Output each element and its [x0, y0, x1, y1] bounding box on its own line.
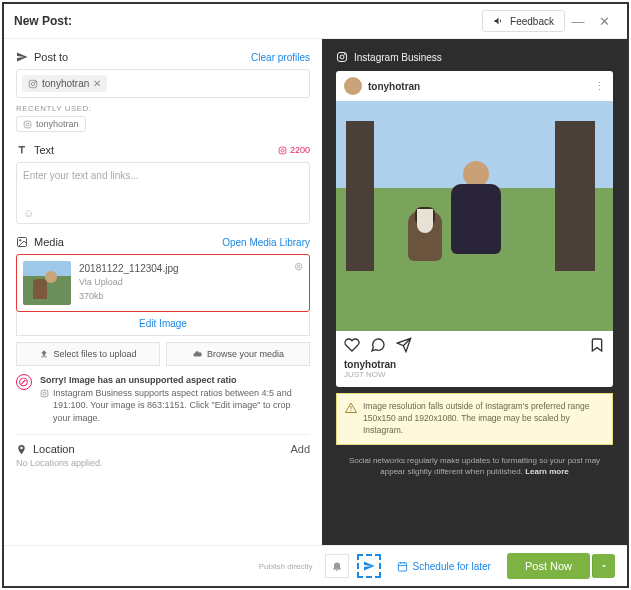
add-location-link[interactable]: Add [290, 443, 310, 455]
svg-point-6 [281, 149, 284, 152]
svg-point-1 [31, 82, 34, 85]
svg-rect-9 [41, 390, 48, 397]
location-empty: No Locations applied. [16, 458, 310, 468]
preview-network-label: Instagram Business [336, 51, 613, 63]
send-icon [16, 51, 28, 63]
recently-used-label: RECENTLY USED: [16, 104, 310, 113]
feedback-button[interactable]: Feedback [482, 10, 565, 32]
remove-chip-icon[interactable]: ✕ [93, 78, 101, 89]
avatar [344, 77, 362, 95]
post-now-dropdown[interactable] [592, 554, 615, 578]
learn-more-link[interactable]: Learn more [525, 467, 569, 476]
preview-username: tonyhotran [368, 81, 588, 92]
svg-point-4 [26, 123, 29, 126]
preview-actions [336, 331, 613, 359]
aspect-ratio-warning: Sorry! Image has an unsupported aspect r… [16, 374, 310, 424]
clear-profiles-link[interactable]: Clear profiles [251, 52, 310, 63]
instagram-icon [40, 389, 49, 398]
emoji-button[interactable]: ☺ [23, 207, 34, 219]
publish-directly-label: Publish directly [259, 562, 313, 571]
svg-point-8 [20, 240, 22, 242]
cloud-icon [192, 349, 203, 359]
svg-point-12 [340, 55, 344, 59]
instagram-icon [23, 120, 32, 129]
post-to-label: Post to [16, 51, 251, 63]
instagram-icon [28, 79, 38, 89]
more-icon[interactable]: ⋮ [594, 80, 605, 93]
instagram-icon [278, 146, 287, 155]
profile-chip[interactable]: tonyhotran ✕ [22, 75, 107, 92]
recent-profile-chip[interactable]: tonyhotran [16, 116, 86, 132]
preview-panel: Instagram Business tonyhotran ⋮ [322, 39, 627, 545]
preview-username-meta: tonyhotran [344, 359, 605, 370]
minimize-button[interactable]: ― [565, 14, 591, 29]
location-label: Location [16, 443, 290, 455]
svg-point-10 [43, 392, 46, 395]
text-icon [16, 144, 28, 156]
titlebar: New Post: Feedback ― ✕ [4, 4, 627, 39]
svg-rect-3 [24, 121, 31, 128]
instagram-icon [336, 51, 348, 63]
profiles-input[interactable]: tonyhotran ✕ [16, 69, 310, 98]
text-placeholder: Enter your text and links... [23, 170, 139, 181]
svg-rect-14 [398, 562, 406, 570]
preview-time: JUST NOW [344, 370, 605, 379]
error-icon [16, 374, 32, 390]
instagram-card: tonyhotran ⋮ tonyhotran JUST NOW [336, 71, 613, 387]
megaphone-icon [493, 15, 505, 27]
media-thumbnail [23, 261, 71, 305]
upload-icon [39, 349, 49, 359]
media-label: Media [16, 236, 222, 248]
close-button[interactable]: ✕ [591, 14, 617, 29]
publish-mode-button[interactable] [357, 554, 381, 578]
svg-rect-5 [279, 147, 286, 154]
preview-disclaimer: Social networks regularly make updates t… [336, 455, 613, 477]
schedule-button[interactable]: Schedule for later [397, 561, 491, 572]
footer: Publish directly Schedule for later Post… [4, 545, 627, 586]
pin-icon [16, 444, 27, 455]
calendar-icon [397, 561, 408, 572]
heart-icon[interactable] [344, 337, 360, 353]
bell-icon [331, 560, 343, 572]
edit-image-button[interactable]: Edit Image [16, 312, 310, 336]
text-label: Text [16, 144, 278, 156]
remove-media-icon[interactable]: ⊗ [294, 260, 303, 273]
resolution-warning: Image resolution falls outside of Instag… [336, 393, 613, 445]
post-text-input[interactable]: Enter your text and links... ☺ [16, 162, 310, 224]
warning-icon [345, 402, 357, 414]
open-media-library-link[interactable]: Open Media Library [222, 237, 310, 248]
compose-panel: Post to Clear profiles tonyhotran ✕ RECE… [4, 39, 322, 545]
char-counter: 2200 [278, 145, 310, 155]
browse-media-button[interactable]: Browse your media [166, 342, 310, 366]
share-icon[interactable] [396, 337, 412, 353]
chevron-down-icon [599, 561, 609, 571]
media-attachment[interactable]: 20181122_112304.jpg Via Upload 370kb ⊗ [16, 254, 310, 312]
media-info: 20181122_112304.jpg Via Upload 370kb [79, 261, 179, 305]
comment-icon[interactable] [370, 337, 386, 353]
notify-button[interactable] [325, 554, 349, 578]
send-icon [363, 560, 375, 572]
preview-image [336, 101, 613, 331]
select-files-button[interactable]: Select files to upload [16, 342, 160, 366]
bookmark-icon[interactable] [589, 337, 605, 353]
svg-point-2 [35, 81, 36, 82]
window-title: New Post: [14, 14, 482, 28]
image-icon [16, 236, 28, 248]
post-now-button[interactable]: Post Now [507, 553, 590, 579]
svg-point-13 [344, 54, 345, 55]
